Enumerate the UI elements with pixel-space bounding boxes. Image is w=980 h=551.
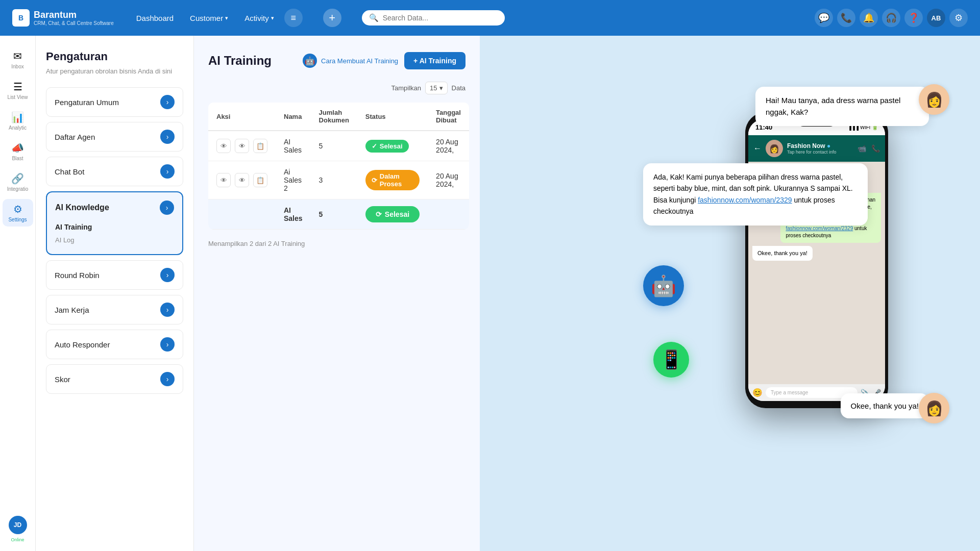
eye-icon-2[interactable]: 👁 — [235, 139, 249, 153]
contact-name: Fashion Now ● — [787, 142, 853, 149]
search-input[interactable] — [383, 14, 498, 22]
menu-icon[interactable]: ≡ — [284, 9, 303, 27]
wa-actions: 📹 📞 — [857, 144, 880, 153]
action-icons: 👁 👁 📋 — [216, 139, 267, 153]
highlight-tanggal — [428, 199, 469, 230]
row-jumlah-2: 3 — [311, 161, 357, 199]
search-bar[interactable]: 🔍 — [362, 10, 505, 26]
chevron-icon-pengaturan: › — [160, 95, 175, 109]
customer-chevron: ▾ — [225, 15, 228, 21]
edit-icon-1[interactable]: 📋 — [253, 139, 267, 153]
answer-link[interactable]: fashionnow.com/woman/2329 — [698, 196, 792, 204]
msg-incoming-2: Okee, thank you ya! — [752, 246, 813, 261]
main-content: AI Training 🤖 Cara Membuat AI Training +… — [194, 36, 480, 551]
cara-avatar: 🤖 — [303, 54, 317, 68]
user-avatar[interactable]: AB — [927, 9, 945, 27]
menu-item-auto-responder[interactable]: Auto Responder › — [46, 330, 183, 359]
col-jumlah: Jumlah Dokumen — [311, 103, 357, 131]
highlight-nama: AI Sales — [276, 199, 311, 230]
integration-icon: 🔗 — [11, 172, 24, 185]
col-status: Status — [357, 103, 428, 131]
chevron-icon-chatbot: › — [160, 164, 175, 179]
tampilan-row: Tampilkan 15 ▾ Data — [208, 82, 465, 94]
chat-icon[interactable]: 💬 — [815, 9, 833, 27]
ai-log-link[interactable]: AI Log — [55, 234, 174, 246]
phone-call-icon[interactable]: 📞 — [871, 144, 880, 153]
check-icon: ✓ — [372, 142, 377, 150]
online-status: Online — [9, 537, 26, 543]
bell-icon[interactable]: 🔔 — [860, 9, 878, 27]
chevron-icon-auto-responder: › — [160, 337, 175, 352]
video-call-icon[interactable]: 📹 — [857, 144, 866, 153]
col-aksi: Aksi — [208, 103, 276, 131]
whatsapp-header: ← 👩 Fashion Now ● Tap here for contact i… — [748, 135, 885, 162]
data-table: Aksi Nama Jumlah Dokumen Status Tanggal … — [208, 103, 469, 230]
row-jumlah-1: 5 — [311, 131, 357, 161]
phone-frame: 11:40 ▐▐▐ WiFi 🔋 ← 👩 Fashion Now ● Tap h… — [745, 112, 888, 408]
contact-info: Fashion Now ● Tap here for contact info — [787, 142, 853, 155]
menu-item-daftar-agen[interactable]: Daftar Agen › — [46, 122, 183, 152]
whatsapp-icon: 📱 — [653, 342, 689, 378]
row-nama-1: AI Sales — [276, 131, 311, 161]
row-nama-2: Ai Sales 2 — [276, 161, 311, 199]
table-row: 👁 👁 📋 AI Sales 5 ✓ Selesai 20 Aug 2024, — [208, 131, 469, 161]
emoji-icon[interactable]: 😊 — [752, 388, 763, 397]
edit-icon-2[interactable]: 📋 — [253, 173, 267, 187]
add-ai-training-button[interactable]: + AI Training — [404, 52, 465, 69]
call-icon[interactable]: 📞 — [837, 9, 855, 27]
eye-icon-4[interactable]: 👁 — [235, 173, 249, 187]
customer-link[interactable]: Customer ▾ — [184, 11, 234, 26]
ai-training-link[interactable]: AI Training — [55, 221, 174, 233]
menu-item-jam-kerja[interactable]: Jam Kerja › — [46, 295, 183, 324]
answer-bubble: Ada, Kak! Kami punya beberapa pilihan dr… — [643, 163, 868, 226]
row-tanggal-2: 20 Aug 2024, — [428, 161, 469, 199]
brand-name: Barantum — [34, 10, 77, 20]
settings-subtitle: Atur pengaturan obrolan bisnis Anda di s… — [46, 67, 183, 75]
ai-knowledge-header[interactable]: AI Knowledge › — [55, 201, 174, 215]
headset-icon[interactable]: 🎧 — [882, 9, 900, 27]
cara-link[interactable]: 🤖 Cara Membuat AI Training — [303, 54, 398, 68]
status-badge-2: ⟳ Dalam Proses — [365, 170, 420, 190]
sidebar-item-analytic[interactable]: 📊 Analytic — [3, 107, 33, 135]
dashboard-link[interactable]: Dashboard — [130, 11, 180, 26]
sidebar-item-list-view[interactable]: ☰ List View — [3, 77, 33, 104]
settings-panel: Pengaturan Atur pengaturan obrolan bisni… — [36, 36, 194, 551]
back-icon[interactable]: ← — [753, 144, 762, 153]
eye-icon-3[interactable]: 👁 — [216, 173, 231, 187]
footer-text: Menampilkan 2 dari 2 AI Training — [208, 240, 465, 247]
menu-item-skor[interactable]: Skor › — [46, 364, 183, 394]
brand-logo[interactable]: B Barantum CRM, Chat, & Call Centre Soft… — [12, 9, 114, 27]
selesai-button[interactable]: ⟳ Selesai — [365, 206, 420, 222]
page-title: AI Training — [208, 54, 272, 68]
phone-screen: 11:40 ▐▐▐ WiFi 🔋 ← 👩 Fashion Now ● Tap h… — [748, 119, 885, 401]
menu-item-round-robin[interactable]: Round Robin › — [46, 260, 183, 290]
analytic-icon: 📊 — [11, 111, 24, 123]
brand-icon: B — [12, 9, 30, 27]
ai-knowledge-box: AI Knowledge › AI Training AI Log — [46, 191, 183, 255]
highlight-empty — [208, 199, 276, 230]
status-badge-1: ✓ Selesai — [365, 140, 409, 153]
user-sidebar-badge[interactable]: JD — [9, 516, 27, 534]
eye-icon-1[interactable]: 👁 — [216, 139, 231, 153]
sidebar-item-settings[interactable]: ⚙ Settings — [3, 199, 33, 227]
sidebar-item-blast[interactable]: 📣 Blast — [3, 138, 33, 165]
data-label: Data — [452, 84, 465, 92]
add-button[interactable]: + — [323, 9, 341, 27]
clock-icon: ⟳ — [372, 177, 377, 184]
chevron-icon-round-robin: › — [160, 268, 175, 282]
ai-knowledge-title: AI Knowledge — [55, 203, 109, 212]
activity-link[interactable]: Activity ▾ — [238, 11, 280, 26]
page-header: AI Training 🤖 Cara Membuat AI Training +… — [208, 52, 465, 69]
tampilan-select[interactable]: 15 ▾ — [425, 82, 447, 94]
chevron-icon-jam-kerja: › — [160, 303, 175, 317]
sidebar-item-inbox[interactable]: ✉ Inbox — [3, 46, 33, 73]
tampilan-label: Tampilkan — [391, 84, 422, 92]
menu-item-pengaturan-umum[interactable]: Pengaturan Umum › — [46, 87, 183, 117]
refresh-icon: ⟳ — [376, 210, 382, 218]
menu-item-chat-bot[interactable]: Chat Bot › — [46, 157, 183, 186]
settings-title: Pengaturan — [46, 50, 183, 63]
settings-nav-icon[interactable]: ⚙ — [949, 9, 968, 27]
chat-link[interactable]: fashionnow.com/woman/2329 — [786, 226, 853, 231]
sidebar-item-integration[interactable]: 🔗 Integratio — [3, 168, 33, 196]
help-icon[interactable]: ❓ — [904, 9, 923, 27]
